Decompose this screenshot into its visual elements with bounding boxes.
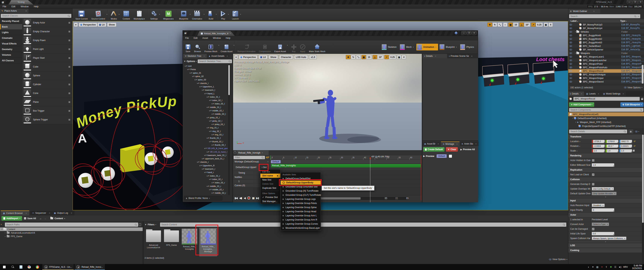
asset-fps-game[interactable]: FPS_Game	[162, 228, 180, 256]
menu-help[interactable]: Help	[223, 37, 233, 39]
world-local-button[interactable]: ◐	[503, 23, 508, 27]
slot-option-grounded-group-n-turn-rotate[interactable]: Grounded Group.(N) Turn/Rotate	[281, 189, 321, 193]
bone-index-03-r[interactable]: ◢Ψindex_03_r	[183, 181, 228, 184]
component-bpc-weaponrecoil-self[interactable]: BPC_WeaponRecoil(self)	[568, 112, 644, 116]
tab-details[interactable]: ℹDetails✕	[568, 91, 584, 96]
transport-button[interactable]: ▮◀	[234, 197, 237, 200]
menu-file[interactable]: File	[0, 5, 9, 8]
bone-thumb-02-l[interactable]: ◢Ψthumb_02_l	[183, 140, 228, 143]
forward-button[interactable]: →	[44, 217, 46, 220]
slot-option-layering-override-group-pelvis[interactable]: Layering Override Group.Pelvis	[281, 201, 321, 205]
bone-pinky-02-l[interactable]: ◢Ψpinky_02_l	[183, 119, 228, 123]
outliner-row-bpc-weaponpistolauto[interactable]: BPC_WeaponPistolAutoEdit BPC_WeaponP	[568, 66, 644, 69]
search-content-input[interactable]: Search Content	[160, 223, 566, 227]
skeleton-search-input[interactable]: Search Skeleton Tree...	[198, 59, 232, 63]
mode-tab-mesh[interactable]: Mesh▾	[399, 44, 416, 50]
category-geometry[interactable]: Geometry	[0, 47, 22, 52]
field-input-priority[interactable]: 0	[592, 208, 614, 212]
column-view-icon[interactable]	[139, 223, 142, 227]
toolbar-megascans-button[interactable]: MMegascans	[161, 9, 176, 21]
grid-snap-button[interactable]: ▦	[362, 55, 366, 59]
toolbar-reimport-animation-button[interactable]: Reimport Animation	[236, 40, 257, 54]
bone-clavicle-l[interactable]: ◢Ψclavicle_l	[183, 81, 228, 85]
toolbar-settings-button[interactable]: Settings▾	[148, 9, 160, 21]
outliner-row-bp-moneypickup3[interactable]: BP_MoneyPickUp3Edit BP_MoneyPic	[568, 23, 644, 27]
tab-content-browser[interactable]: ▦Content Browser✕	[1, 211, 29, 215]
search-components-input[interactable]: Search Components	[569, 108, 644, 112]
toolbar-play-button[interactable]: Play▾	[218, 9, 228, 21]
axis-z-field[interactable]: 1662.72	[619, 140, 632, 143]
bone-middle-02-l[interactable]: ◢Ψmiddle_02_l	[183, 109, 228, 112]
visibility-eye-icon[interactable]	[570, 81, 572, 82]
tab-asset-br[interactable]: ▦Asset Br✕	[422, 142, 441, 146]
tab-montage-document[interactable]: Reload_Rifle_Ironsigh✕	[237, 151, 269, 155]
dropdown-arrow-icon[interactable]: ▾	[228, 14, 229, 15]
preview-chip-x1-0[interactable]: x1.0	[309, 55, 317, 59]
toolbar-preview-mesh-button[interactable]: Preview Mesh▾	[203, 40, 219, 54]
search-paths-input[interactable]: Search Paths	[5, 223, 138, 227]
bone-middle-01-l[interactable]: ◢Ψmiddle_01_l	[183, 105, 228, 109]
visibility-eye-icon[interactable]	[570, 27, 572, 29]
section-expander[interactable]: ▾	[568, 196, 643, 198]
outliner-type-link[interactable]: Edit BPC_WeaponS	[621, 80, 644, 83]
axis-y-field[interactable]: -1769.8	[606, 140, 618, 143]
preview-all-button[interactable]: ▶Preview All	[459, 147, 476, 152]
preview-options-arrow[interactable]: ▾	[234, 55, 238, 59]
slot-option-layering-override-group-spine[interactable]: Layering Override Group.Spine	[281, 205, 321, 209]
scale-snap-button[interactable]: ↗	[384, 55, 389, 59]
outliner-row-bpc-weaponsniper[interactable]: BPC_WeaponSniperEdit BPC_WeaponS	[568, 76, 644, 80]
bone-pinky-01-l[interactable]: ◢Ψpinky_01_l	[183, 116, 228, 119]
anim-window-tab[interactable]: Reload_Rifle_Ironsights_M✕	[197, 31, 235, 36]
rotate-tool-button[interactable]: ↻	[351, 55, 356, 59]
drag-grip-icon[interactable]	[68, 84, 70, 85]
slot-option-layering-override-group-arm-l[interactable]: Layering Override Group.Arm L	[281, 214, 321, 218]
usb-icon[interactable]: ⇪	[604, 266, 608, 268]
axis-z-field[interactable]: 1.0	[619, 149, 632, 153]
menu-help[interactable]: Help	[31, 5, 41, 8]
axis-x-field[interactable]: -2726.2	[592, 140, 605, 143]
bone-upperarm-r[interactable]: ◢ΨUpperArm_R	[183, 164, 228, 167]
visibility-eye-icon[interactable]	[570, 45, 572, 47]
taskbar-app-fpsgame-als-un[interactable]: uFPSGame_ALS - Un...	[42, 264, 74, 270]
outliner-row-bpc-weaponpistol[interactable]: BPC_WeaponPistolEdit BPC_WeaponP	[568, 62, 644, 66]
category-all-classes[interactable]: All Classes	[0, 58, 22, 63]
property-visibility-button[interactable]: ▾	[634, 129, 642, 133]
component-defaultsceneroot-inherited[interactable]: ▾DefaultSceneRoot (Inherited)	[568, 116, 644, 120]
outliner-type-link[interactable]: Edit BPC_WeaponL	[621, 55, 644, 58]
toolbar-key-button[interactable]: Key	[289, 40, 298, 54]
save-all-button[interactable]: Save All	[24, 217, 36, 220]
preview-chip-lod-auto[interactable]: LOD Auto	[294, 55, 308, 59]
outliner-type-link[interactable]: Edit BPC_HeavyVe	[621, 41, 644, 44]
outliner-type-link[interactable]: Edit BPC_WeaponP	[621, 62, 644, 65]
drag-grip-icon[interactable]	[68, 101, 70, 103]
reset-icon[interactable]: ↺	[634, 140, 636, 143]
slot-option-layering-override-group-arm-r[interactable]: Layering Override Group.Arm R	[281, 218, 321, 222]
toolbar-modes-button[interactable]: Modes▾	[108, 9, 119, 21]
category-volumes[interactable]: Volumes	[0, 52, 22, 58]
bone-spine-02[interactable]: ◢Ψspine_02	[183, 75, 228, 78]
drag-grip-icon[interactable]	[68, 119, 70, 120]
mode-tab-animation[interactable]: Animation▾	[416, 44, 438, 50]
dropdown-arrow-icon[interactable]: ▾	[240, 14, 241, 15]
record-button[interactable]	[247, 197, 250, 200]
toolbar-save-current-button[interactable]: Save Current	[74, 9, 90, 21]
sources-toggle-icon[interactable]: ⫸	[1, 223, 4, 226]
outliner-row-vehicles[interactable]: ▾VehiclesFolder	[568, 30, 644, 34]
outliner-row-bpc-buggyworld[interactable]: BPC_BuggyWorldEdit BPC_HeavyVe	[568, 34, 644, 37]
menu-item-slot-manager[interactable]: Slot Manager...	[260, 199, 280, 203]
visibility-eye-icon[interactable]	[570, 49, 572, 50]
place-item-plane[interactable]: Plane	[22, 98, 72, 106]
epic-icon[interactable]: ▤	[595, 266, 600, 268]
outliner-row-bpc-weaponlauncher[interactable]: BPC_WeaponLauncherEdit BPC_WeaponL	[568, 59, 644, 62]
bone-upperarm-l[interactable]: ◢ΨUpperArm_L	[183, 85, 228, 88]
slot-option-grounded-group-clf-turn-rotate[interactable]: Grounded Group.(CLF) Turn/Rotate	[281, 193, 321, 197]
visibility-eye-icon[interactable]	[570, 56, 572, 58]
leaf-icon[interactable]: ✦	[591, 266, 595, 268]
add-import-button[interactable]: Add/Import ▾	[2, 216, 22, 221]
montage-section-default[interactable]: Default	[271, 160, 281, 163]
drag-grip-icon[interactable]	[68, 75, 70, 76]
dropdown-convert-actor[interactable]: Select a Type▾	[592, 223, 609, 226]
search-classes-input[interactable]: Search Classes	[1, 14, 71, 18]
toolbar-launch-button[interactable]: Launch▾	[230, 9, 240, 21]
checkbox[interactable]: ✓	[592, 173, 594, 176]
